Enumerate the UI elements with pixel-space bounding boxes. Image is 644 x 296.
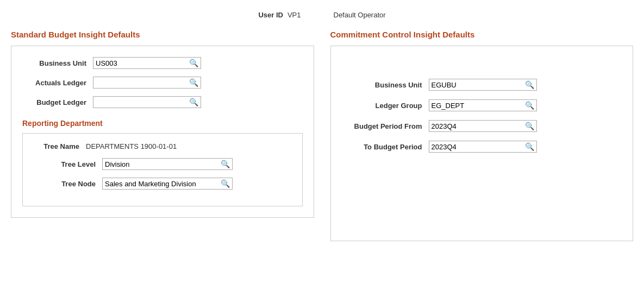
actuals-ledger-search-icon[interactable]: 🔍 xyxy=(187,78,198,87)
tree-name-value: DEPARTMENTS 1900-01-01 xyxy=(86,142,177,150)
cc-business-unit-row: Business Unit 🔍 xyxy=(342,79,622,91)
user-id-group: User ID VP1 xyxy=(258,11,301,19)
tree-level-input-wrapper[interactable]: 🔍 xyxy=(102,158,233,170)
reporting-department-section: Reporting Department Tree Name DEPARTMEN… xyxy=(22,119,303,206)
user-id-label: User ID xyxy=(258,11,283,19)
operator-label: Default Operator xyxy=(334,11,386,19)
tree-level-search-icon[interactable]: 🔍 xyxy=(218,160,230,168)
tree-name-row: Tree Name DEPARTMENTS 1900-01-01 xyxy=(32,142,293,150)
budget-ledger-search-icon[interactable]: 🔍 xyxy=(187,98,198,106)
tree-node-search-icon[interactable]: 🔍 xyxy=(218,179,230,188)
cc-to-budget-period-input-wrapper[interactable]: 🔍 xyxy=(429,141,537,153)
tree-level-input[interactable] xyxy=(105,160,218,168)
tree-node-input-wrapper[interactable]: 🔍 xyxy=(102,178,233,190)
tree-node-row: Tree Node 🔍 xyxy=(32,178,293,190)
cc-business-unit-input[interactable] xyxy=(432,81,523,89)
actuals-ledger-input[interactable] xyxy=(96,79,187,87)
cc-budget-period-from-search-icon[interactable]: 🔍 xyxy=(523,122,534,130)
business-unit-input-wrapper[interactable]: 🔍 xyxy=(93,57,201,69)
reporting-department-title: Reporting Department xyxy=(22,119,303,128)
right-panel-title: Commitment Control Insight Defaults xyxy=(330,30,634,39)
cc-ledger-group-label: Ledger Group xyxy=(342,102,429,110)
budget-ledger-label: Budget Ledger xyxy=(22,98,93,106)
cc-ledger-group-input[interactable] xyxy=(432,102,523,110)
budget-ledger-input-wrapper[interactable]: 🔍 xyxy=(93,96,201,108)
budget-ledger-input[interactable] xyxy=(96,98,187,106)
business-unit-search-icon[interactable]: 🔍 xyxy=(187,59,198,67)
actuals-ledger-label: Actuals Ledger xyxy=(22,79,93,87)
budget-ledger-row: Budget Ledger 🔍 xyxy=(22,96,303,108)
operator-group: Default Operator xyxy=(334,11,386,19)
main-content: Standard Budget Insight Defaults Busines… xyxy=(11,30,633,241)
business-unit-input[interactable] xyxy=(96,59,187,67)
header-bar: User ID VP1 Default Operator xyxy=(11,11,633,19)
cc-business-unit-label: Business Unit xyxy=(342,81,429,89)
right-panel-box: Business Unit 🔍 Ledger Group 🔍 xyxy=(330,46,634,241)
cc-to-budget-period-input[interactable] xyxy=(432,143,523,151)
user-id-value: VP1 xyxy=(287,11,301,19)
reporting-department-box: Tree Name DEPARTMENTS 1900-01-01 Tree Le… xyxy=(22,133,303,206)
cc-business-unit-input-wrapper[interactable]: 🔍 xyxy=(429,79,537,91)
business-unit-label: Business Unit xyxy=(22,59,93,67)
cc-to-budget-period-row: To Budget Period 🔍 xyxy=(342,141,622,153)
actuals-ledger-row: Actuals Ledger 🔍 xyxy=(22,77,303,89)
right-panel: Commitment Control Insight Defaults Busi… xyxy=(330,30,634,241)
cc-budget-period-from-row: Budget Period From 🔍 xyxy=(342,120,622,132)
tree-node-label: Tree Node xyxy=(32,180,102,188)
left-panel-title: Standard Budget Insight Defaults xyxy=(11,30,314,39)
tree-level-label: Tree Level xyxy=(32,160,102,168)
cc-business-unit-search-icon[interactable]: 🔍 xyxy=(523,80,534,89)
cc-to-budget-period-label: To Budget Period xyxy=(342,143,429,151)
business-unit-row: Business Unit 🔍 xyxy=(22,57,303,69)
actuals-ledger-input-wrapper[interactable]: 🔍 xyxy=(93,77,201,89)
tree-node-input[interactable] xyxy=(105,180,218,188)
tree-name-label: Tree Name xyxy=(32,142,86,150)
tree-level-row: Tree Level 🔍 xyxy=(32,158,293,170)
cc-budget-period-from-label: Budget Period From xyxy=(342,122,429,130)
cc-ledger-group-row: Ledger Group 🔍 xyxy=(342,99,622,111)
cc-budget-period-from-input[interactable] xyxy=(432,122,523,130)
cc-budget-period-from-input-wrapper[interactable]: 🔍 xyxy=(429,120,537,132)
cc-ledger-group-input-wrapper[interactable]: 🔍 xyxy=(429,99,537,111)
cc-ledger-group-search-icon[interactable]: 🔍 xyxy=(523,101,534,110)
cc-to-budget-period-search-icon[interactable]: 🔍 xyxy=(523,142,534,151)
left-panel: Standard Budget Insight Defaults Busines… xyxy=(11,30,314,241)
left-panel-box: Business Unit 🔍 Actuals Ledger 🔍 Budget … xyxy=(11,46,314,218)
